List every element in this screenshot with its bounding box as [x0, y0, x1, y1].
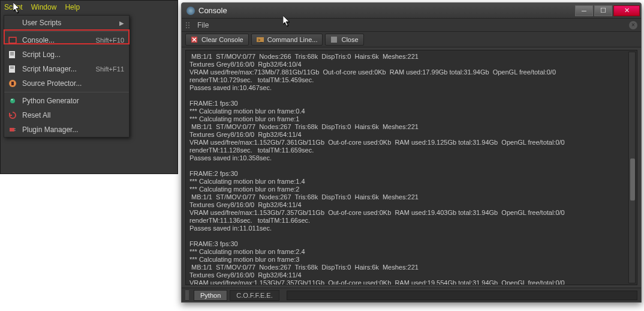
tab-coffee[interactable]: C.O.F.F.E.E. [230, 290, 279, 301]
menu-python-generator[interactable]: Python Generator [4, 94, 129, 108]
close-button[interactable]: ✕ [613, 5, 640, 16]
svg-rect-7 [10, 67, 14, 67]
manager-icon [8, 64, 17, 74]
scrollbar-thumb[interactable] [630, 159, 635, 201]
menu-help[interactable]: Help [65, 3, 80, 11]
svg-point-18 [188, 22, 189, 23]
console-window: Console ─ ☐ ✕ File × Clear Console >_ Co… [181, 2, 642, 303]
titlebar[interactable]: Console ─ ☐ ✕ [182, 3, 641, 19]
script-dropdown: User Scripts ▶ Console... Shift+F10 Scri… [4, 15, 130, 137]
svg-text:>_: >_ [258, 38, 263, 43]
tab-python[interactable]: Python [194, 290, 227, 301]
button-row: Clear Console >_ Command Line... Close [182, 32, 641, 47]
reset-icon [8, 110, 17, 120]
python-icon [8, 96, 17, 106]
menu-label: Source Protector... [22, 79, 124, 88]
close-console-button[interactable]: Close [325, 34, 363, 46]
separator [4, 92, 129, 92]
svg-rect-24 [331, 37, 337, 43]
clear-console-button[interactable]: Clear Console [185, 34, 249, 46]
script-menu-panel: Script Window Help User Scripts ▶ Consol… [0, 0, 178, 174]
close-icon [330, 36, 338, 43]
plugin-icon [8, 125, 17, 134]
window-title: Console [198, 6, 574, 15]
submenu-arrow-icon: ▶ [119, 20, 124, 26]
menu-label: User Scripts [22, 19, 119, 27]
minimize-button[interactable]: ─ [575, 5, 593, 16]
menu-shortcut: Shift+F10 [96, 37, 124, 44]
button-label: Clear Console [201, 36, 243, 43]
menu-window[interactable]: Window [31, 3, 57, 11]
svg-rect-4 [10, 53, 14, 54]
menu-label: Console... [22, 36, 96, 44]
svg-point-16 [186, 25, 187, 26]
menu-shortcut: Shift+F11 [96, 65, 124, 73]
separator [4, 31, 129, 32]
menu-source-protector[interactable]: Source Protector... [4, 76, 129, 91]
svg-rect-10 [11, 82, 14, 85]
menu-reset-all[interactable]: Reset All [4, 108, 129, 122]
cmd-icon: >_ [257, 36, 264, 43]
menu-script-log[interactable]: Script Log... [4, 47, 129, 62]
cursor-icon [283, 16, 291, 28]
menu-script-manager[interactable]: Script Manager... Shift+F11 [4, 62, 129, 76]
file-menu[interactable]: File [197, 21, 209, 29]
maximize-button[interactable]: ☐ [594, 5, 612, 16]
app-icon [186, 7, 195, 15]
svg-point-15 [186, 22, 187, 23]
protector-icon [8, 79, 17, 88]
menu-label: Reset All [22, 111, 124, 119]
svg-rect-12 [10, 128, 14, 131]
svg-rect-13 [14, 128, 16, 129]
svg-rect-3 [10, 52, 14, 53]
grip-icon [185, 291, 189, 300]
svg-rect-6 [9, 65, 15, 73]
svg-point-17 [186, 27, 187, 28]
svg-point-20 [188, 27, 189, 28]
svg-point-11 [11, 99, 13, 100]
button-label: Command Line... [267, 36, 318, 43]
clear-icon [191, 36, 198, 43]
svg-rect-5 [10, 55, 14, 55]
menu-label: Script Log... [22, 50, 124, 59]
console-output[interactable]: MB:1/1 ST/MOV:0/77 Nodes:266 Tris:68k Di… [185, 50, 637, 285]
command-line-button[interactable]: >_ Command Line... [251, 34, 323, 46]
grip-icon [185, 21, 194, 29]
cursor-icon [13, 2, 22, 14]
command-input[interactable] [287, 291, 637, 300]
menu-plugin-manager[interactable]: Plugin Manager... [4, 122, 129, 137]
menu-console[interactable]: Console... Shift+F10 [4, 33, 129, 47]
menu-label: Python Generator [22, 97, 124, 105]
svg-rect-14 [14, 130, 16, 131]
button-label: Close [341, 36, 358, 43]
svg-rect-8 [10, 68, 14, 68]
blank-icon [8, 18, 17, 28]
menubar: Script Window Help [1, 1, 177, 14]
menu-user-scripts[interactable]: User Scripts ▶ [4, 16, 129, 30]
log-icon [8, 50, 17, 59]
svg-point-19 [188, 25, 189, 26]
svg-rect-1 [10, 38, 16, 43]
menu-label: Plugin Manager... [22, 125, 124, 134]
file-toolbar: File × [182, 19, 641, 32]
menu-label: Script Manager... [22, 65, 96, 73]
console-icon [8, 35, 17, 45]
bottom-bar: Python C.O.F.F.E.E. [182, 288, 641, 302]
panel-close-icon[interactable]: × [629, 21, 637, 29]
